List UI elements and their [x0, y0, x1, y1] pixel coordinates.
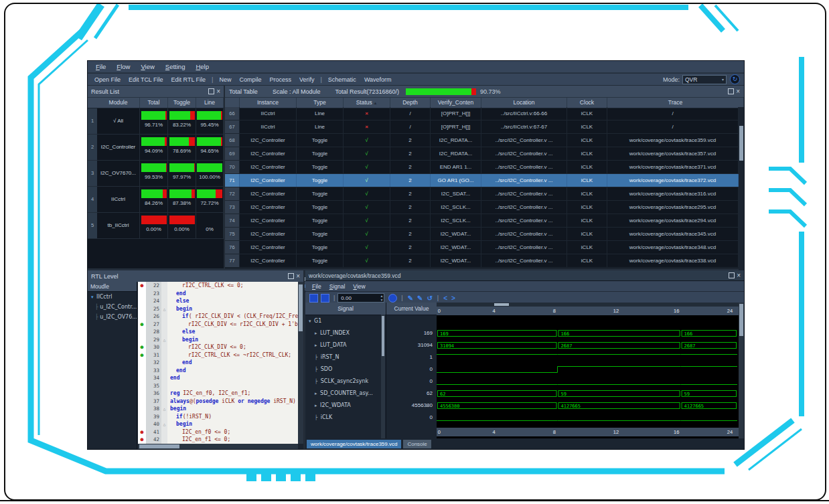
code-line[interactable]: 37always@(posedge iCLK or negedge iRST_N… — [138, 398, 298, 406]
tool-open-file[interactable]: Open File — [90, 76, 125, 83]
code-line[interactable]: 34end — [138, 374, 298, 382]
tree-item-u-i2c-contr[interactable]: ├ u_I2C_Contr... — [88, 302, 137, 312]
breakpoint-icon[interactable]: ● — [138, 282, 146, 290]
chevron-icon[interactable]: ▸ — [313, 331, 319, 336]
tab-work-coverage-covtask-trace359-vcd[interactable]: work/coverage/covtask/trace359.vcd — [307, 440, 401, 448]
code-line[interactable]: 28else — [138, 328, 298, 336]
coverage-dot-icon[interactable]: ● — [138, 343, 146, 351]
column-header-clock[interactable]: Clock — [567, 98, 607, 108]
menu-setting[interactable]: Setting — [160, 63, 191, 70]
code-line[interactable]: ●42I2C_en_f1 <= 0; — [138, 436, 298, 444]
table-row[interactable]: 74I2C_ControllerToggle√2I2C_SCLK...../sr… — [225, 214, 739, 228]
vertical-scrollbar[interactable] — [739, 107, 744, 276]
tool-schematic[interactable]: Schematic — [324, 76, 360, 83]
waveform-canvas[interactable]: 048121624 169166166310942687268762595945… — [437, 303, 739, 438]
tab-console[interactable]: Console — [403, 440, 431, 448]
signal-sclk-async2synk[interactable]: ├ SCLK_async2synk — [305, 375, 386, 388]
fold-icon[interactable]: △ — [161, 336, 167, 344]
table-row[interactable]: 67IICctrlLine×/[O]PRT_H[]]../src/IICctrl… — [225, 120, 739, 134]
next-edge-icon[interactable]: > — [449, 295, 457, 302]
signal-irst-n[interactable]: ├ iRST_N — [305, 351, 386, 363]
tool-edit-tcl-file[interactable]: Edit TCL File — [125, 76, 167, 83]
chevron-icon[interactable]: ▸ — [313, 343, 319, 348]
column-header-trace[interactable]: Trace — [607, 98, 744, 108]
code-line[interactable]: 26if( rI2C_CLK_DIV < (CLK_Freq/I2C_Freq)… — [138, 313, 298, 321]
table-row[interactable]: 71I2C_ControllerToggle√2GO AR1 (GO...../… — [225, 174, 739, 187]
breakpoint-icon[interactable]: ● — [138, 428, 146, 436]
code-line[interactable]: 33end — [138, 367, 298, 375]
code-line[interactable]: 23end — [138, 290, 298, 298]
code-line[interactable]: 39if(!iRST_N) — [138, 413, 298, 421]
undock-icon[interactable] — [728, 88, 734, 94]
chevron-icon[interactable]: ▸ — [313, 391, 319, 396]
table-row[interactable]: 68I2C_ControllerToggle√2I2C_RDATA...../s… — [225, 134, 739, 147]
close-icon[interactable]: × — [737, 272, 741, 279]
column-header-total[interactable]: Total — [140, 98, 168, 108]
signal-i2c-wdata[interactable]: ▸ I2C_WDATA — [305, 400, 386, 412]
column-header-line[interactable]: Line — [196, 98, 224, 108]
code-line[interactable]: 36reg I2C_en_f0, I2C_en_f1; — [138, 390, 298, 398]
signal-sd-counter-asy[interactable]: ▸ SD_COUNTER_asy... — [305, 388, 386, 400]
vertical-scrollbar[interactable] — [298, 282, 303, 444]
result-row[interactable]: 4IICctrl84.26%87.38%72.72% — [88, 187, 224, 213]
result-row[interactable]: 3I2C_OV7670...99.53%97.97%100.00% — [88, 161, 224, 187]
signal-iclk[interactable]: ├ iCLK — [305, 412, 386, 424]
fold-icon[interactable]: △ — [161, 420, 167, 428]
signal-lut-data[interactable]: ▸ LUT_DATA — [305, 339, 386, 351]
prev-edge-icon[interactable]: < — [441, 295, 449, 302]
tool-edit-rtl-file[interactable]: Edit RTL File — [167, 76, 210, 83]
chevron-icon[interactable]: ▾ — [307, 319, 313, 324]
code-line[interactable]: ●22rI2C_CTRL_CLK <= 0; — [138, 282, 298, 290]
wave-menu-file[interactable]: File — [308, 283, 325, 290]
code-editor[interactable]: ●22rI2C_CTRL_CLK <= 0;23end24else25△begi… — [138, 282, 298, 444]
wave-menu-signal[interactable]: Signal — [325, 283, 350, 290]
table-row[interactable]: 77I2C_ControllerToggle√2I2C_WDAT...../sr… — [225, 254, 739, 268]
code-line[interactable]: ●27rI2C_CLK_DIV <= rI2C_CLK_DIV + 1'b1; — [138, 321, 298, 329]
fold-icon[interactable]: △ — [161, 405, 167, 413]
column-header-depth[interactable]: Depth — [390, 98, 431, 108]
fold-icon[interactable]: △ — [161, 305, 167, 313]
result-row[interactable]: 5tb_IICctrl0.00%0.00%0% — [88, 213, 224, 239]
save-wave-icon[interactable] — [321, 294, 329, 303]
vertical-scrollbar[interactable] — [381, 315, 385, 438]
wave-menu-view[interactable]: View — [349, 283, 369, 290]
signal-sdo[interactable]: ├ SDO — [305, 363, 386, 375]
mode-select[interactable]: QVR ▾ — [682, 75, 727, 84]
tool-verify[interactable]: Verify — [295, 76, 319, 83]
table-row[interactable]: 70I2C_ControllerToggle√2END AR1 1...../s… — [225, 161, 739, 174]
close-icon[interactable]: × — [736, 88, 740, 95]
horizontal-scrollbar[interactable] — [138, 444, 298, 449]
code-line[interactable]: 40△begin — [138, 420, 298, 428]
zoom-out-icon[interactable]: ✎ — [415, 295, 425, 302]
undock-icon[interactable] — [729, 272, 735, 278]
open-wave-icon[interactable] — [309, 294, 318, 303]
vertical-scrollbar[interactable] — [739, 303, 744, 438]
chevron-icon[interactable]: ▸ — [313, 403, 319, 408]
table-row[interactable]: 66IICctrlLine×/[O]PRT_H[]]../src/IICctrl… — [225, 107, 739, 120]
breakpoint-icon[interactable]: ● — [138, 436, 146, 444]
zoom-in-icon[interactable]: ✎ — [406, 295, 415, 302]
code-line[interactable]: 29△begin — [138, 336, 298, 344]
column-header-instance[interactable]: Instance — [240, 98, 297, 108]
column-header-status[interactable]: Status ▲ — [344, 98, 390, 108]
tree-item-iicctrl[interactable]: ▾ IICctrl — [88, 292, 137, 302]
code-line[interactable]: 25△begin — [138, 305, 298, 313]
menu-view[interactable]: View — [135, 63, 159, 70]
signal-g1[interactable]: ▾ G1 — [305, 315, 386, 327]
code-line[interactable]: 24else — [138, 297, 298, 305]
column-header-module[interactable]: Module — [97, 98, 140, 108]
tool-compile[interactable]: Compile — [235, 76, 265, 83]
table-row[interactable]: 73I2C_ControllerToggle√2I2C_SCLK...../sr… — [225, 201, 739, 214]
code-line[interactable]: 35 — [138, 382, 298, 390]
undock-icon[interactable] — [288, 273, 294, 279]
menu-file[interactable]: File — [90, 63, 111, 70]
coverage-dot-icon[interactable]: ● — [138, 321, 146, 329]
cursor-time-input[interactable]: 0.00 ▲▼ — [337, 293, 384, 303]
code-line[interactable]: ●41I2C_en_f0 <= 0; — [138, 428, 298, 436]
menu-flow[interactable]: Flow — [111, 63, 135, 70]
code-line[interactable]: ●31rI2C_CTRL_CLK <= ~rI2C_CTRL_CLK; — [138, 351, 298, 359]
tree-item-u-i2c-ov76[interactable]: ├ u_I2C_OV76... — [88, 312, 137, 322]
close-icon[interactable]: × — [216, 88, 220, 95]
tool-waveform[interactable]: Waveform — [360, 76, 396, 83]
tool-process[interactable]: Process — [265, 76, 295, 83]
